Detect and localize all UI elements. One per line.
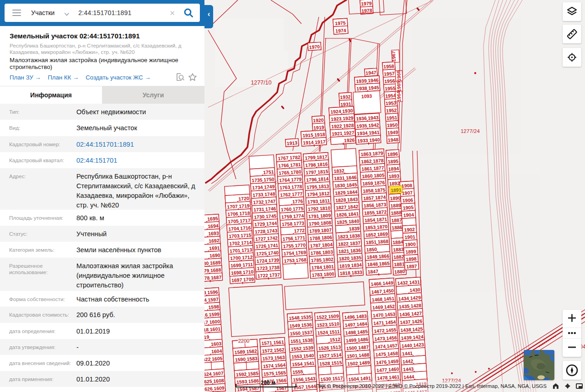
svg-text:1526: 1526 [318, 345, 329, 351]
svg-text:1555: 1555 [292, 369, 303, 375]
svg-text:1740: 1740 [268, 250, 279, 256]
svg-text:1933: 1933 [357, 138, 368, 143]
svg-text:1622: 1622 [204, 356, 211, 363]
svg-text:1609: 1609 [214, 385, 225, 392]
svg-text:1540: 1540 [303, 353, 314, 359]
svg-text:1945: 1945 [368, 85, 379, 90]
svg-text:1444: 1444 [403, 374, 414, 380]
svg-text:1485: 1485 [357, 328, 368, 335]
svg-text:1743: 1743 [267, 228, 278, 233]
svg-text:1821: 1821 [338, 248, 349, 254]
svg-text:1947: 1947 [365, 69, 376, 75]
svg-text:1760: 1760 [281, 206, 292, 212]
svg-text:1767: 1767 [278, 155, 289, 161]
svg-text:1932: 1932 [340, 94, 351, 100]
svg-text:1829: 1829 [335, 190, 346, 196]
svg-text:1758: 1758 [282, 221, 293, 227]
svg-text:1425: 1425 [412, 326, 423, 332]
svg-text:1833: 1833 [351, 269, 362, 275]
svg-text:1680: 1680 [204, 260, 209, 266]
svg-text:1739: 1739 [268, 257, 279, 263]
svg-text:1826: 1826 [336, 212, 347, 217]
svg-text:1512: 1512 [329, 336, 340, 343]
svg-text:1709: 1709 [243, 276, 254, 282]
svg-text:1811: 1811 [319, 198, 330, 204]
svg-text:1459: 1459 [387, 358, 398, 365]
svg-text:1913: 1913 [286, 140, 297, 146]
svg-text:1907: 1907 [402, 190, 413, 196]
svg-text:1726: 1726 [256, 243, 267, 249]
svg-text:1598: 1598 [208, 304, 219, 310]
svg-text:1905: 1905 [403, 205, 413, 211]
svg-text:1501: 1501 [347, 353, 358, 359]
svg-text:1440: 1440 [401, 343, 412, 349]
svg-text:1449: 1449 [382, 280, 393, 286]
svg-text:1738: 1738 [268, 265, 279, 270]
svg-text:1769: 1769 [295, 249, 306, 255]
svg-text:1527: 1527 [319, 353, 330, 359]
svg-text:1834: 1834 [351, 262, 362, 268]
svg-text:1491: 1491 [360, 375, 371, 381]
svg-text:1453: 1453 [385, 311, 396, 318]
svg-text:1514: 1514 [331, 352, 342, 358]
svg-text:1894: 1894 [388, 166, 399, 172]
svg-text:1869: 1869 [377, 231, 388, 237]
svg-text:1950: 1950 [387, 122, 398, 128]
svg-text:1812: 1812 [319, 191, 330, 196]
svg-text:1596: 1596 [207, 289, 218, 296]
svg-text:1939: 1939 [356, 78, 367, 84]
svg-text:1898: 1898 [406, 256, 417, 262]
svg-text:1589: 1589 [234, 349, 245, 355]
svg-text:1813: 1813 [318, 183, 329, 189]
svg-text:1511: 1511 [329, 328, 340, 334]
svg-text:1484: 1484 [356, 321, 367, 327]
svg-text:1778: 1778 [291, 184, 302, 190]
svg-text:1725: 1725 [256, 250, 267, 256]
svg-text:1958: 1958 [383, 63, 394, 69]
svg-text:1608: 1608 [213, 377, 224, 384]
svg-text:1918: 1918 [314, 132, 325, 138]
svg-text:1874: 1874 [375, 194, 386, 200]
svg-text:1429: 1429 [410, 295, 421, 301]
svg-text:1624: 1624 [204, 371, 212, 377]
svg-text:1727: 1727 [255, 236, 266, 242]
svg-text:1734: 1734 [252, 184, 263, 190]
svg-text:1783: 1783 [311, 272, 322, 278]
svg-text:1798: 1798 [305, 162, 316, 168]
svg-text:1571: 1571 [261, 340, 272, 346]
svg-text:1850: 1850 [366, 246, 377, 252]
svg-text:1880: 1880 [394, 269, 405, 275]
svg-text:1929: 1929 [343, 115, 354, 121]
svg-text:1830: 1830 [334, 182, 345, 188]
svg-text:1592: 1592 [236, 371, 247, 377]
svg-text:1814: 1814 [318, 176, 329, 182]
svg-text:1438: 1438 [400, 327, 411, 333]
svg-text:1561: 1561 [273, 339, 284, 345]
svg-text:1616: 1616 [204, 312, 208, 318]
svg-text:1852: 1852 [365, 232, 376, 238]
svg-text:1949: 1949 [387, 129, 398, 135]
svg-text:1841: 1841 [348, 211, 359, 217]
svg-text:1722: 1722 [257, 272, 268, 278]
svg-text:1458: 1458 [387, 350, 398, 357]
svg-text:1897: 1897 [406, 263, 417, 269]
svg-text:1424: 1424 [413, 334, 424, 340]
svg-text:1832: 1832 [333, 168, 344, 174]
svg-text:1785: 1785 [311, 257, 322, 263]
svg-text:1618: 1618 [204, 327, 209, 333]
svg-text:1442: 1442 [403, 358, 413, 365]
svg-text:1965: 1965 [396, 81, 402, 92]
svg-text:1599: 1599 [209, 311, 220, 318]
svg-text:1927: 1927 [343, 130, 354, 136]
svg-text:1468: 1468 [371, 297, 382, 303]
svg-text:1836: 1836 [350, 247, 361, 253]
svg-text:1737: 1737 [269, 272, 280, 278]
svg-text:1953: 1953 [386, 100, 397, 106]
svg-text:1717: 1717 [240, 217, 251, 223]
svg-text:1437: 1437 [400, 319, 411, 325]
svg-text:1093: 1093 [361, 93, 372, 99]
svg-text:1756: 1756 [283, 236, 294, 242]
svg-text:1964: 1964 [396, 91, 402, 102]
svg-text:1889: 1889 [390, 202, 401, 208]
svg-text:1435: 1435 [399, 303, 410, 310]
